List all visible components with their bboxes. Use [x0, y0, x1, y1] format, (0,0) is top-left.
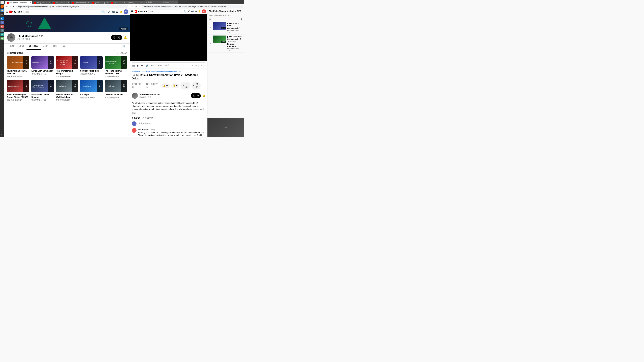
- create-btn-right[interactable]: 📹: [191, 10, 194, 12]
- playlist-link-8[interactable]: 查看完整播放列表: [80, 96, 102, 99]
- reload-button-right[interactable]: ↻: [138, 5, 140, 8]
- settings-button[interactable]: ⚙: [195, 64, 197, 67]
- fullscreen-button[interactable]: ⛶: [203, 64, 205, 67]
- back-button-right[interactable]: ←: [131, 5, 134, 8]
- os-icon-chat[interactable]: 💬: [0, 37, 4, 40]
- tab-close-1[interactable]: ✕: [49, 2, 50, 4]
- subtitles-button[interactable]: CC: [191, 64, 194, 67]
- tab-close-2[interactable]: ✕: [68, 2, 69, 4]
- subscribe-button-video[interactable]: 已订阅: [191, 93, 201, 98]
- playlist-card-9[interactable]: Wall Fun... 17 ☰ CFD Fundamentals 查看完整播放…: [105, 80, 127, 101]
- progress-bar[interactable]: [132, 62, 205, 63]
- browser-tab-4[interactable]: (567) [CFD]... ✕: [91, 1, 110, 4]
- share-button[interactable]: ↗ 分享: [180, 82, 190, 89]
- playlist-link-2[interactable]: 查看完整播放列表: [56, 75, 78, 78]
- os-icon-vscode[interactable]: ❰❱: [0, 17, 4, 20]
- browser-tab-1[interactable]: (567) YouTu... ✕: [32, 1, 52, 4]
- browser-tab-3[interactable]: Turbulence M... ✕: [70, 1, 91, 4]
- more-actions-button[interactable]: ⋯: [202, 84, 205, 88]
- playlist-card-6[interactable]: Engineered and Channel Updates 4 ☰ News …: [31, 80, 54, 101]
- playlist-card-4[interactable]: The Finite Volume in CFD 10 ☰ The Finite…: [105, 56, 127, 78]
- browser-tab-2[interactable]: (567) [CFD]... ✕: [52, 1, 70, 4]
- os-icon-firefox[interactable]: 🦊: [0, 5, 4, 8]
- playlist-card-1[interactable]: Large Eddy S... 6 ☰ Large Eddy Simulatio…: [31, 56, 54, 78]
- playlist-link-3[interactable]: 查看完整播放列表: [80, 73, 102, 75]
- apps-btn-right[interactable]: ⊞: [195, 10, 197, 12]
- tab-videos[interactable]: 视频: [17, 43, 26, 50]
- sort-comments-button[interactable]: ⊟ 排序方式: [143, 117, 153, 119]
- mic-btn-right[interactable]: 🎤: [187, 10, 190, 12]
- create-button[interactable]: 📹: [112, 10, 115, 13]
- browser-tab-0[interactable]: (567) Fluid Mechanics 10... ✕: [5, 1, 32, 4]
- tab-close-0[interactable]: ✕: [30, 2, 31, 4]
- playlist-card-8[interactable]: Aerofoil Int... 2 ☰ Concepts 查看完整播放列表: [80, 80, 102, 101]
- sort-button[interactable]: ⊟ 排序方式: [116, 52, 127, 55]
- notification-bell[interactable]: 🔔: [124, 36, 127, 39]
- show-more-button[interactable]: 展开: [132, 112, 136, 115]
- hamburger-right[interactable]: ☰: [131, 10, 133, 13]
- playlist-card-0[interactable]: Fluid Mechanics 2 ☰ Fluid Mechanics 101 …: [7, 56, 29, 78]
- tab-close-3[interactable]: ✕: [88, 2, 90, 4]
- browser-tab-6[interactable]: [wrap_v... ✕: [127, 1, 144, 4]
- tab-close-8[interactable]: ✕: [176, 1, 177, 3]
- apps-button[interactable]: ⊞: [116, 10, 118, 13]
- tab-channels[interactable]: 频道: [50, 43, 60, 50]
- subscribe-button[interactable]: 已订阅: [111, 35, 122, 40]
- playlist-link-6[interactable]: 查看完整播放列表: [31, 99, 54, 101]
- search-btn-right[interactable]: 🔍: [184, 10, 186, 12]
- playlist-link-9[interactable]: 查看完整播放列表: [105, 96, 127, 99]
- queue-item-1[interactable]: 7 39:01 [CFD] Mesh Non-Orthogonality 2: …: [208, 34, 244, 53]
- playlist-card-7[interactable]: Wall Fun... 9 ☰ Wall Functions and Wall …: [56, 80, 78, 101]
- playlist-link-5[interactable]: 查看完整播放列表: [7, 99, 29, 101]
- os-icon-apps[interactable]: ⊞: [0, 1, 4, 4]
- os-icon-store[interactable]: 🛍: [0, 33, 4, 36]
- os-icon-mail[interactable]: ✉: [0, 21, 4, 24]
- address-input-left[interactable]: [16, 5, 128, 8]
- queue-loop-button[interactable]: ↻: [241, 18, 242, 20]
- yt-search-input[interactable]: [23, 9, 99, 14]
- next-button[interactable]: ⏭: [140, 64, 144, 67]
- bell-button-video[interactable]: 🔔: [202, 94, 205, 97]
- queue-item-0[interactable]: 6 32:27 [CFD] What is Non-Orthogonality?…: [208, 21, 244, 34]
- browser-tab-8[interactable]: 创作中心... ✕: [161, 0, 178, 4]
- comment-input[interactable]: [138, 121, 205, 126]
- playlist-card-2[interactable]: The Energy Heat Transfer and Energy 7 ☰ …: [56, 56, 78, 78]
- yt-search-button[interactable]: 🔍: [100, 9, 107, 14]
- hamburger-menu[interactable]: ☰: [6, 10, 8, 13]
- prev-button[interactable]: ⏮: [132, 64, 135, 67]
- tab-playlists[interactable]: 播放列表: [26, 43, 40, 50]
- play-button[interactable]: ▶: [136, 64, 139, 67]
- reload-button-left[interactable]: ↻: [13, 5, 15, 8]
- like-button[interactable]: 👍 60: [161, 83, 170, 88]
- browser-tab-5[interactable]: UCL... ✕: [110, 1, 127, 4]
- save-button[interactable]: + 保存: [192, 82, 200, 89]
- tab-close-7[interactable]: ✕: [158, 1, 160, 3]
- user-avatar-right[interactable]: U: [202, 9, 206, 13]
- notifications-button[interactable]: 🔔: [120, 10, 122, 13]
- dislike-button[interactable]: 👎 0: [172, 83, 179, 88]
- mute-button[interactable]: 🔊: [145, 64, 149, 67]
- tab-close-5[interactable]: ✕: [124, 2, 126, 4]
- search-channel-button[interactable]: 🔍: [122, 43, 127, 50]
- yt-mic-button[interactable]: 🎤: [108, 10, 110, 13]
- tab-close-4[interactable]: ✕: [107, 2, 108, 4]
- playlist-link-0[interactable]: 查看完整播放列表: [7, 75, 29, 78]
- address-input-right[interactable]: [142, 5, 243, 8]
- queue-sort-button[interactable]: ⊟: [209, 18, 211, 20]
- os-icon-files[interactable]: 📁: [0, 9, 4, 12]
- os-icon-settings[interactable]: ⚙: [0, 29, 4, 32]
- chapter-button[interactable]: 章节: [165, 64, 169, 67]
- playlist-link-1[interactable]: 查看完整播放列表: [31, 73, 54, 75]
- website-button[interactable]: Website: [119, 27, 128, 30]
- browser-tab-7[interactable]: 微博-两... ✕: [144, 0, 161, 4]
- tab-close-6[interactable]: ✕: [141, 2, 142, 4]
- tab-home[interactable]: 首页: [7, 43, 17, 50]
- playlist-link-4[interactable]: 查看完整播放列表: [105, 75, 127, 78]
- notif-btn-right[interactable]: 🔔: [198, 10, 200, 12]
- playlist-link-7[interactable]: 查看完整播放列表: [56, 99, 78, 101]
- miniplayer-button[interactable]: ⊡: [198, 64, 200, 67]
- os-icon-terminal[interactable]: ⌨: [0, 13, 4, 16]
- os-icon-grid[interactable]: ⋮⋮: [0, 132, 4, 135]
- tab-about[interactable]: 简介: [60, 43, 70, 50]
- video-tags[interactable]: #staggeredGrid #RhieChowInterpolation #f…: [132, 70, 205, 72]
